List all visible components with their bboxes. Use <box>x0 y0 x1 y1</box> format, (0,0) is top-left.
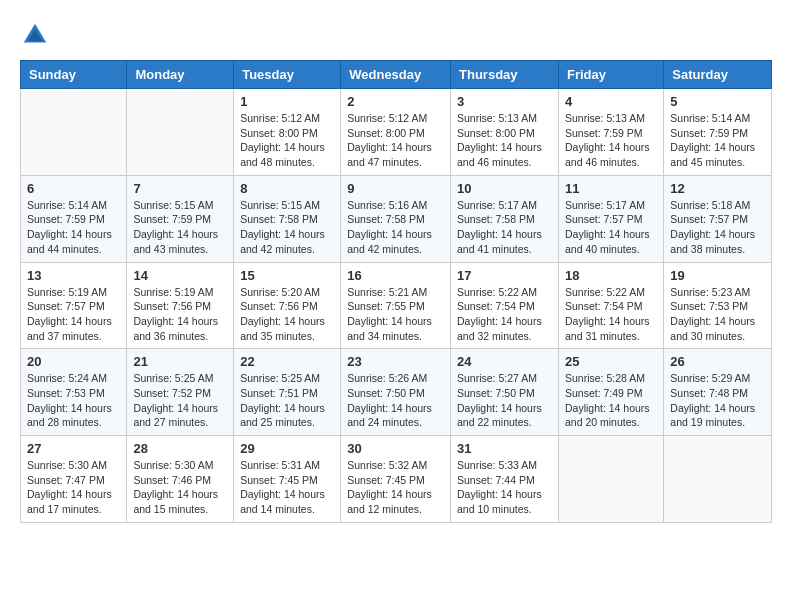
day-number: 16 <box>347 268 444 283</box>
day-info: Sunrise: 5:21 AM Sunset: 7:55 PM Dayligh… <box>347 285 444 344</box>
day-info: Sunrise: 5:14 AM Sunset: 7:59 PM Dayligh… <box>670 111 765 170</box>
calendar: SundayMondayTuesdayWednesdayThursdayFrid… <box>20 60 772 523</box>
day-info: Sunrise: 5:15 AM Sunset: 7:58 PM Dayligh… <box>240 198 334 257</box>
day-number: 2 <box>347 94 444 109</box>
day-info: Sunrise: 5:15 AM Sunset: 7:59 PM Dayligh… <box>133 198 227 257</box>
day-cell <box>664 436 772 523</box>
day-cell: 24Sunrise: 5:27 AM Sunset: 7:50 PM Dayli… <box>451 349 559 436</box>
day-cell: 26Sunrise: 5:29 AM Sunset: 7:48 PM Dayli… <box>664 349 772 436</box>
header-cell-tuesday: Tuesday <box>234 61 341 89</box>
day-number: 7 <box>133 181 227 196</box>
logo-icon <box>20 20 50 50</box>
week-row-5: 27Sunrise: 5:30 AM Sunset: 7:47 PM Dayli… <box>21 436 772 523</box>
day-number: 19 <box>670 268 765 283</box>
day-cell: 29Sunrise: 5:31 AM Sunset: 7:45 PM Dayli… <box>234 436 341 523</box>
day-cell: 3Sunrise: 5:13 AM Sunset: 8:00 PM Daylig… <box>451 89 559 176</box>
day-info: Sunrise: 5:24 AM Sunset: 7:53 PM Dayligh… <box>27 371 120 430</box>
day-cell: 6Sunrise: 5:14 AM Sunset: 7:59 PM Daylig… <box>21 175 127 262</box>
day-cell: 22Sunrise: 5:25 AM Sunset: 7:51 PM Dayli… <box>234 349 341 436</box>
day-info: Sunrise: 5:19 AM Sunset: 7:56 PM Dayligh… <box>133 285 227 344</box>
day-cell: 30Sunrise: 5:32 AM Sunset: 7:45 PM Dayli… <box>341 436 451 523</box>
header-row: SundayMondayTuesdayWednesdayThursdayFrid… <box>21 61 772 89</box>
day-info: Sunrise: 5:28 AM Sunset: 7:49 PM Dayligh… <box>565 371 657 430</box>
day-info: Sunrise: 5:31 AM Sunset: 7:45 PM Dayligh… <box>240 458 334 517</box>
day-cell: 19Sunrise: 5:23 AM Sunset: 7:53 PM Dayli… <box>664 262 772 349</box>
header-cell-monday: Monday <box>127 61 234 89</box>
day-cell: 12Sunrise: 5:18 AM Sunset: 7:57 PM Dayli… <box>664 175 772 262</box>
day-cell: 21Sunrise: 5:25 AM Sunset: 7:52 PM Dayli… <box>127 349 234 436</box>
day-number: 14 <box>133 268 227 283</box>
day-number: 27 <box>27 441 120 456</box>
day-info: Sunrise: 5:33 AM Sunset: 7:44 PM Dayligh… <box>457 458 552 517</box>
day-number: 11 <box>565 181 657 196</box>
day-cell: 25Sunrise: 5:28 AM Sunset: 7:49 PM Dayli… <box>558 349 663 436</box>
day-info: Sunrise: 5:20 AM Sunset: 7:56 PM Dayligh… <box>240 285 334 344</box>
day-cell <box>127 89 234 176</box>
header-cell-wednesday: Wednesday <box>341 61 451 89</box>
header-cell-thursday: Thursday <box>451 61 559 89</box>
day-cell: 13Sunrise: 5:19 AM Sunset: 7:57 PM Dayli… <box>21 262 127 349</box>
day-info: Sunrise: 5:27 AM Sunset: 7:50 PM Dayligh… <box>457 371 552 430</box>
header-cell-saturday: Saturday <box>664 61 772 89</box>
day-cell: 18Sunrise: 5:22 AM Sunset: 7:54 PM Dayli… <box>558 262 663 349</box>
day-number: 3 <box>457 94 552 109</box>
day-number: 28 <box>133 441 227 456</box>
day-cell: 31Sunrise: 5:33 AM Sunset: 7:44 PM Dayli… <box>451 436 559 523</box>
week-row-1: 1Sunrise: 5:12 AM Sunset: 8:00 PM Daylig… <box>21 89 772 176</box>
day-cell: 11Sunrise: 5:17 AM Sunset: 7:57 PM Dayli… <box>558 175 663 262</box>
day-cell: 9Sunrise: 5:16 AM Sunset: 7:58 PM Daylig… <box>341 175 451 262</box>
day-cell: 14Sunrise: 5:19 AM Sunset: 7:56 PM Dayli… <box>127 262 234 349</box>
day-info: Sunrise: 5:29 AM Sunset: 7:48 PM Dayligh… <box>670 371 765 430</box>
day-info: Sunrise: 5:16 AM Sunset: 7:58 PM Dayligh… <box>347 198 444 257</box>
week-row-2: 6Sunrise: 5:14 AM Sunset: 7:59 PM Daylig… <box>21 175 772 262</box>
day-info: Sunrise: 5:13 AM Sunset: 8:00 PM Dayligh… <box>457 111 552 170</box>
day-cell: 17Sunrise: 5:22 AM Sunset: 7:54 PM Dayli… <box>451 262 559 349</box>
header-cell-friday: Friday <box>558 61 663 89</box>
day-number: 29 <box>240 441 334 456</box>
day-info: Sunrise: 5:14 AM Sunset: 7:59 PM Dayligh… <box>27 198 120 257</box>
day-number: 13 <box>27 268 120 283</box>
day-number: 12 <box>670 181 765 196</box>
day-number: 31 <box>457 441 552 456</box>
page-header <box>20 20 772 50</box>
day-number: 21 <box>133 354 227 369</box>
day-number: 23 <box>347 354 444 369</box>
day-info: Sunrise: 5:25 AM Sunset: 7:52 PM Dayligh… <box>133 371 227 430</box>
day-cell: 1Sunrise: 5:12 AM Sunset: 8:00 PM Daylig… <box>234 89 341 176</box>
day-number: 10 <box>457 181 552 196</box>
week-row-3: 13Sunrise: 5:19 AM Sunset: 7:57 PM Dayli… <box>21 262 772 349</box>
day-cell: 7Sunrise: 5:15 AM Sunset: 7:59 PM Daylig… <box>127 175 234 262</box>
day-number: 17 <box>457 268 552 283</box>
day-number: 6 <box>27 181 120 196</box>
day-info: Sunrise: 5:22 AM Sunset: 7:54 PM Dayligh… <box>457 285 552 344</box>
day-number: 26 <box>670 354 765 369</box>
day-cell: 2Sunrise: 5:12 AM Sunset: 8:00 PM Daylig… <box>341 89 451 176</box>
logo <box>20 20 54 50</box>
day-info: Sunrise: 5:12 AM Sunset: 8:00 PM Dayligh… <box>240 111 334 170</box>
day-number: 8 <box>240 181 334 196</box>
day-number: 9 <box>347 181 444 196</box>
day-number: 4 <box>565 94 657 109</box>
day-number: 5 <box>670 94 765 109</box>
day-info: Sunrise: 5:26 AM Sunset: 7:50 PM Dayligh… <box>347 371 444 430</box>
day-cell: 27Sunrise: 5:30 AM Sunset: 7:47 PM Dayli… <box>21 436 127 523</box>
day-number: 18 <box>565 268 657 283</box>
day-info: Sunrise: 5:12 AM Sunset: 8:00 PM Dayligh… <box>347 111 444 170</box>
day-cell: 23Sunrise: 5:26 AM Sunset: 7:50 PM Dayli… <box>341 349 451 436</box>
day-info: Sunrise: 5:22 AM Sunset: 7:54 PM Dayligh… <box>565 285 657 344</box>
week-row-4: 20Sunrise: 5:24 AM Sunset: 7:53 PM Dayli… <box>21 349 772 436</box>
day-cell <box>21 89 127 176</box>
day-number: 22 <box>240 354 334 369</box>
day-cell: 15Sunrise: 5:20 AM Sunset: 7:56 PM Dayli… <box>234 262 341 349</box>
day-cell: 8Sunrise: 5:15 AM Sunset: 7:58 PM Daylig… <box>234 175 341 262</box>
day-info: Sunrise: 5:17 AM Sunset: 7:58 PM Dayligh… <box>457 198 552 257</box>
day-number: 30 <box>347 441 444 456</box>
day-number: 1 <box>240 94 334 109</box>
day-number: 15 <box>240 268 334 283</box>
day-cell: 5Sunrise: 5:14 AM Sunset: 7:59 PM Daylig… <box>664 89 772 176</box>
day-cell: 16Sunrise: 5:21 AM Sunset: 7:55 PM Dayli… <box>341 262 451 349</box>
day-number: 24 <box>457 354 552 369</box>
day-info: Sunrise: 5:18 AM Sunset: 7:57 PM Dayligh… <box>670 198 765 257</box>
day-info: Sunrise: 5:30 AM Sunset: 7:46 PM Dayligh… <box>133 458 227 517</box>
day-cell: 28Sunrise: 5:30 AM Sunset: 7:46 PM Dayli… <box>127 436 234 523</box>
